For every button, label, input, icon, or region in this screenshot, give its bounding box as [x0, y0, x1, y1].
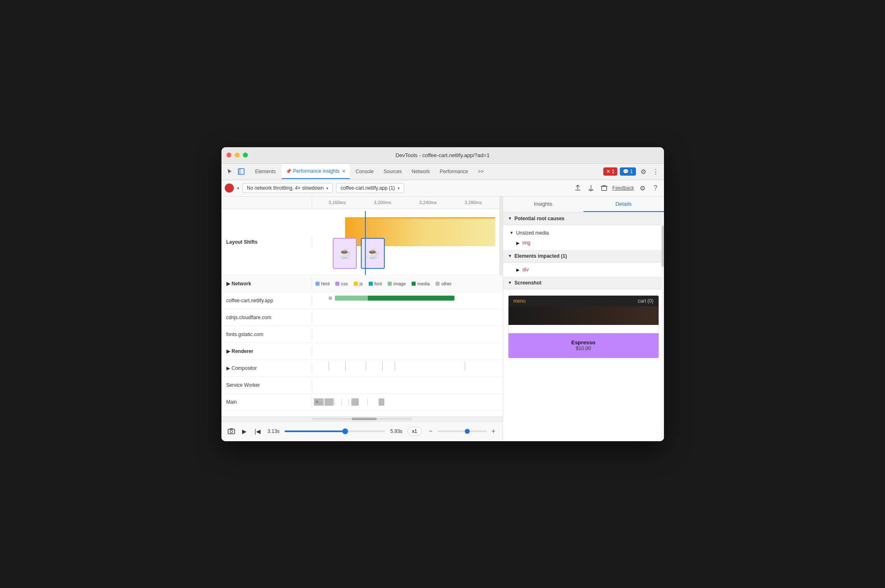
- ruler-tick-4: 3,280ms: [465, 200, 482, 205]
- compositor-row: ▶ Compositor: [221, 360, 503, 377]
- main-tick-4: [367, 399, 368, 405]
- legend-other: other: [435, 281, 452, 286]
- scrollbar-thumb-right[interactable]: [661, 226, 664, 267]
- main-tick-3: [348, 399, 349, 405]
- throttle-dropdown-icon: ▾: [326, 186, 328, 191]
- maximize-button[interactable]: [243, 153, 248, 158]
- main-block-2: [351, 398, 359, 406]
- tab-sources[interactable]: Sources: [379, 164, 406, 179]
- minimize-button[interactable]: [235, 153, 240, 158]
- start-icon[interactable]: |◀: [253, 426, 263, 436]
- url-select[interactable]: coffee-cart.netlify.app (1) ▾: [336, 183, 404, 193]
- div-item[interactable]: ▶ div: [503, 265, 664, 274]
- img-item[interactable]: ▶ img: [503, 238, 664, 247]
- cursor-icon[interactable]: [225, 167, 235, 176]
- network-row-fonts: fonts.gstatic.com: [221, 326, 503, 343]
- zoom-out-icon[interactable]: −: [427, 427, 435, 435]
- screenshot-nav-bar: menu cart (0): [508, 296, 659, 306]
- main-r-block: R...: [314, 398, 324, 406]
- tab-details[interactable]: Details: [584, 197, 664, 212]
- timeline-panel: 3,160ms 3,200ms 3,240ms 3,280ms Layout S…: [221, 197, 503, 441]
- service-worker-row: Service Worker: [221, 377, 503, 394]
- main-tick-2: [341, 399, 342, 405]
- tab-performance[interactable]: Performance: [435, 164, 472, 179]
- more-icon[interactable]: ⋮: [651, 167, 661, 176]
- cdnjs-label: cdnjs.cloudflare.com: [221, 312, 312, 323]
- fonts-bar-content: [312, 326, 499, 343]
- zoom-in-icon[interactable]: +: [490, 427, 498, 435]
- slider-track: [285, 430, 345, 432]
- unsized-media-header[interactable]: ▼ Unsized media: [503, 228, 664, 238]
- tab-insights[interactable]: Insights: [503, 197, 584, 212]
- screenshot-toggle-icon[interactable]: [226, 426, 236, 436]
- elements-impacted-body: ▶ div: [503, 263, 664, 277]
- shift-card-before: ☕: [333, 238, 357, 269]
- record-button[interactable]: [225, 183, 234, 193]
- download-icon[interactable]: [586, 183, 596, 193]
- layout-shifts-content[interactable]: ☕ ☕: [312, 209, 499, 275]
- screenshot-espresso-price: $10.00: [576, 346, 591, 351]
- zoom-slider[interactable]: [438, 430, 487, 432]
- trash-icon[interactable]: [599, 183, 609, 193]
- layout-shifts-row: Layout Shifts ☕ ☕: [221, 209, 503, 275]
- net-bar-small: [329, 296, 332, 300]
- play-button[interactable]: ▶: [240, 426, 249, 436]
- svg-rect-1: [238, 169, 241, 174]
- main-block-1: [325, 398, 334, 406]
- renderer-label[interactable]: ▶ Renderer: [221, 346, 312, 357]
- feedback-button[interactable]: Feedback: [612, 185, 634, 191]
- horizontal-scrollbar[interactable]: [221, 416, 503, 421]
- fonts-label: fonts.gstatic.com: [221, 329, 312, 340]
- coffee-cart-bar-content: [312, 292, 499, 309]
- tab-elements[interactable]: Elements: [251, 164, 280, 179]
- panel-resize-handle[interactable]: [499, 209, 503, 275]
- traffic-lights: [226, 153, 248, 158]
- settings-icon[interactable]: ⚙: [638, 167, 648, 176]
- network-legend-row: ▶ Network html css: [221, 275, 503, 292]
- title-bar: DevTools - coffee-cart.netlify.app/?ad=1: [221, 147, 664, 164]
- info-badge[interactable]: 💬 1: [620, 167, 636, 176]
- devtools-window: DevTools - coffee-cart.netlify.app/?ad=1…: [221, 147, 664, 441]
- tab-network[interactable]: Network: [407, 164, 434, 179]
- tab-console[interactable]: Console: [351, 164, 378, 179]
- main-label: Main: [221, 397, 312, 407]
- scrollbar-thumb-h[interactable]: [352, 418, 377, 420]
- legend-js-dot: [354, 282, 358, 286]
- coffee-cup-icon: ☕: [338, 247, 351, 260]
- zoom-thumb: [465, 429, 470, 434]
- renderer-row: ▶ Renderer: [221, 343, 503, 360]
- speed-select[interactable]: x1: [407, 427, 422, 436]
- compositor-label[interactable]: ▶ Compositor: [221, 363, 312, 374]
- tab-more[interactable]: >>: [474, 164, 488, 179]
- coffee-cart-label: coffee-cart.netlify.app: [221, 295, 312, 306]
- panel-content: ▼ Potential root causes ▼ Unsized media …: [503, 212, 664, 441]
- tab-close-icon[interactable]: ✕: [342, 169, 346, 174]
- error-badge[interactable]: ✕ 1: [603, 167, 617, 176]
- record-dropdown[interactable]: ▾: [237, 186, 239, 191]
- close-button[interactable]: [226, 153, 231, 158]
- panel-icon[interactable]: [236, 167, 246, 176]
- settings-button[interactable]: ⚙: [638, 183, 647, 193]
- legend-media-dot: [412, 282, 416, 286]
- potential-root-causes-header[interactable]: ▼ Potential root causes: [503, 212, 664, 225]
- screenshot-header[interactable]: ▼ Screenshot: [503, 277, 664, 289]
- upload-icon[interactable]: [573, 183, 583, 193]
- compositor-expand-icon: ▶: [226, 365, 230, 371]
- section-arrow-2: ▼: [508, 254, 512, 258]
- start-time: 3.13s: [268, 428, 280, 434]
- expand-icon: ▶: [226, 281, 230, 287]
- shift-card-after[interactable]: ☕: [361, 238, 385, 269]
- playhead-slider[interactable]: [285, 430, 386, 432]
- elements-impacted-header[interactable]: ▼ Elements impacted (1): [503, 250, 664, 263]
- pin-icon: 📌: [286, 169, 292, 174]
- tab-performance-insights[interactable]: 📌 Performance insights ✕: [282, 164, 350, 179]
- screenshot-coffee-header: [508, 306, 659, 325]
- network-label[interactable]: ▶ Network: [221, 278, 312, 289]
- screenshot-cart-link: cart (0): [638, 298, 653, 304]
- help-icon[interactable]: ?: [651, 183, 661, 193]
- timeline-cursor[interactable]: [365, 211, 366, 275]
- svg-rect-5: [230, 428, 233, 430]
- throttle-select[interactable]: No network throttling, 4× slowdown ▾: [242, 183, 333, 193]
- layout-shifts-label: Layout Shifts: [221, 237, 312, 247]
- screenshot-espresso-card: Espresso $10.00: [508, 333, 659, 358]
